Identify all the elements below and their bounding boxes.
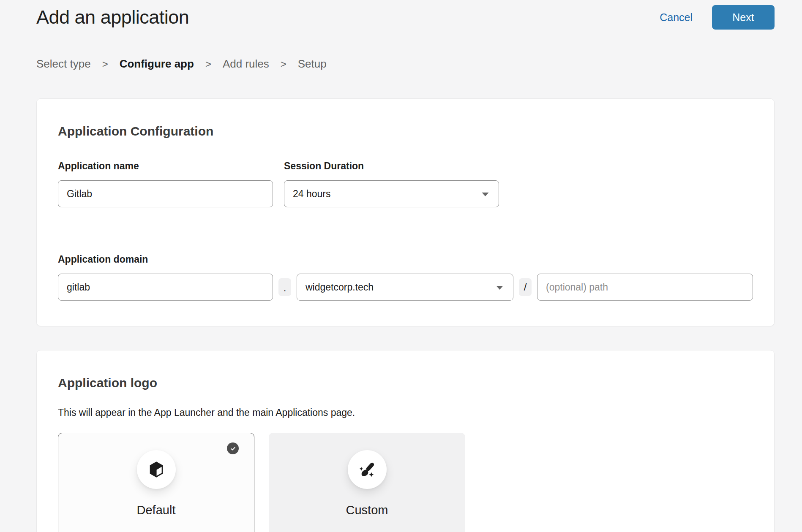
breadcrumb-separator: > — [281, 58, 286, 70]
application-logo-heading: Application logo — [58, 376, 753, 390]
cancel-button[interactable]: Cancel — [660, 11, 693, 24]
header-actions: Cancel Next — [660, 5, 775, 30]
name-session-row: Application name Session Duration 24 hou… — [58, 160, 753, 207]
logo-options: Default Custom — [58, 433, 753, 532]
application-logo-card: Application logo This will appear in the… — [36, 350, 775, 532]
chevron-down-icon — [481, 188, 489, 200]
breadcrumb-separator: > — [102, 58, 108, 70]
session-duration-value: 24 hours — [293, 188, 331, 200]
selected-check-icon — [227, 442, 239, 454]
application-name-input[interactable] — [58, 180, 273, 207]
application-configuration-heading: Application Configuration — [58, 124, 753, 138]
page-title: Add an application — [36, 5, 189, 29]
default-logo-circle — [137, 450, 176, 489]
breadcrumb-step-setup[interactable]: Setup — [298, 57, 327, 71]
dot-separator: . — [278, 278, 291, 296]
cube-icon — [147, 460, 166, 479]
breadcrumb-separator: > — [205, 58, 211, 70]
domain-select-value: widgetcorp.tech — [306, 282, 374, 293]
session-duration-select[interactable]: 24 hours — [284, 180, 499, 207]
page: Add an application Cancel Next Select ty… — [0, 0, 802, 532]
logo-option-label: Custom — [346, 503, 388, 517]
logo-option-default[interactable]: Default — [58, 433, 254, 532]
breadcrumb-step-add-rules[interactable]: Add rules — [223, 57, 269, 71]
chevron-down-icon — [496, 282, 504, 293]
domain-select[interactable]: widgetcorp.tech — [297, 274, 513, 301]
page-header: Add an application Cancel Next — [36, 0, 775, 30]
subdomain-input[interactable] — [58, 274, 273, 301]
path-input[interactable] — [537, 274, 753, 301]
application-configuration-card: Application Configuration Application na… — [36, 98, 775, 326]
breadcrumb: Select type > Configure app > Add rules … — [36, 57, 775, 71]
logo-option-label: Default — [137, 503, 176, 517]
breadcrumb-step-configure-app[interactable]: Configure app — [120, 57, 194, 71]
session-duration-field: Session Duration 24 hours — [284, 160, 499, 207]
session-duration-label: Session Duration — [284, 160, 499, 172]
application-name-label: Application name — [58, 160, 273, 172]
application-logo-description: This will appear in the App Launcher and… — [58, 407, 753, 418]
custom-logo-circle — [348, 450, 387, 489]
paintbrush-icon — [357, 460, 377, 479]
next-button[interactable]: Next — [712, 5, 775, 30]
application-domain-row: . widgetcorp.tech / — [58, 274, 753, 301]
application-domain-label: Application domain — [58, 254, 753, 265]
slash-separator: / — [519, 278, 532, 296]
breadcrumb-step-select-type[interactable]: Select type — [36, 57, 91, 71]
application-name-field: Application name — [58, 160, 273, 207]
logo-option-custom[interactable]: Custom — [269, 433, 465, 532]
